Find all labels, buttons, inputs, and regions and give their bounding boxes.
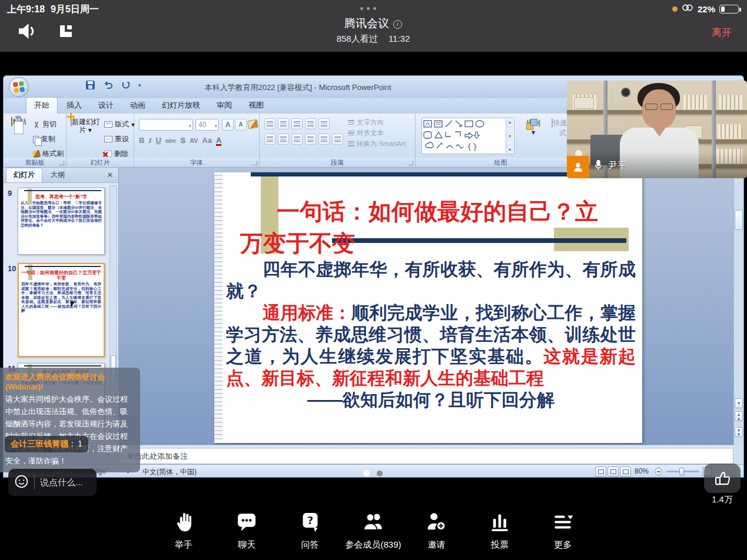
speaker-icon[interactable] [15,20,38,42]
layout-icon[interactable] [57,22,75,41]
zoom-slider-thumb[interactable] [679,468,684,475]
raise-hand-button[interactable]: 举手 [152,506,215,560]
paragraph-dialog-launcher[interactable] [409,161,413,165]
strikethrough-button[interactable]: abe [165,137,176,144]
arrange-button[interactable]: 排列▾ [520,118,546,136]
group-slides: 新建幻灯片 ▾ 版式 ▾ 重设 删除 幻灯片 [67,114,134,167]
save-icon[interactable] [86,81,95,89]
main-scrollbar[interactable]: ▲ ▼ ▲▲ ▼▼ [733,168,743,445]
font-dialog-launcher[interactable] [253,161,257,165]
zoom-out-icon[interactable] [655,468,662,475]
justify-button[interactable] [305,134,316,145]
shadow-button[interactable]: S [180,136,185,145]
scissors-icon [33,121,40,128]
shapes-scrollbar[interactable]: ▲▼▼ [506,119,513,153]
clear-formatting-icon[interactable] [247,119,258,129]
notes-pane[interactable]: 单击此处添加备注 [119,449,733,464]
panel-close-icon[interactable]: ✕ [105,171,115,179]
hotspot-link-icon [682,3,693,15]
next-slide-icon[interactable]: ▼▼ [735,427,743,437]
cut-button[interactable]: 剪切 [33,119,64,129]
shrink-font-button[interactable]: A [235,119,247,131]
normal-view-button[interactable] [595,466,606,476]
slide-thumbnail-9[interactable]: 思考、再思考一个“新”字 从入口开始就思考出口：考研、二学位或辅修专业、出国深造… [18,188,105,255]
underline-button[interactable]: U [155,136,161,145]
slide-title-rule [332,238,626,243]
language-indicator[interactable]: 中文(简体，中国) [142,467,197,477]
chat-input[interactable]: 说点什么... [8,469,97,496]
slide-thumbnail-10-selected[interactable]: 一句话：如何做最好的自己？立万变于不变 四年不虚掷年华，有所收获、有所作为、有所… [18,263,105,357]
shapes-gallery[interactable]: { } ▲▼▼ [421,118,514,154]
tab-design[interactable]: 设计 [91,98,121,114]
qa-button[interactable]: ? 问答 [278,506,341,560]
more-button[interactable]: 更多 [532,506,595,560]
slide-body: 四年不虚掷年华，有所收获、有所作为、有所成就？ 通用标准：顺利完成学业，找到称心… [226,258,636,411]
notice-body: 请大家共同维护大会秩序。会议过程中禁止出现违法违规、低俗色情、吸烟酗酒等内容，若… [5,393,135,467]
chat-message: 会计三班钱菁穗：1 [5,436,88,452]
change-case-button[interactable]: Aa [202,136,212,145]
layout-button[interactable]: 版式 ▾ [104,119,135,129]
new-slide-button[interactable]: 新建幻灯片 ▾ [69,118,102,134]
font-color-button[interactable]: A [216,136,221,146]
tab-slideshow[interactable]: 幻灯片放映 [154,98,208,114]
copy-button[interactable]: 复制 [33,134,64,144]
font-size-combo[interactable]: 40 [195,119,219,131]
distribute-button[interactable] [332,134,343,145]
clipboard-dialog-launcher[interactable] [59,161,64,165]
tab-home[interactable]: 开始 [26,97,58,114]
char-spacing-button[interactable]: AV [190,137,198,144]
reset-button[interactable]: 重设 [104,134,135,144]
bold-button[interactable]: B [139,136,144,145]
italic-button[interactable]: I [148,136,151,145]
meeting-toolbar: 举手 聊天 ? 问答 参会成员(839) 邀请 [152,506,595,560]
tab-view[interactable]: 视图 [241,98,271,114]
current-slide[interactable]: 一句话：如何做最好的自己？立 万变于不变 四年不虚掷年华，有所收获、有所作为、有… [214,172,642,443]
align-left-button[interactable] [264,134,275,145]
previous-slide-icon[interactable]: ▲▲ [735,411,743,421]
leave-meeting-button[interactable]: 离开 [712,26,732,39]
tab-review[interactable]: 审阅 [209,98,240,114]
panel-tab-slides[interactable]: 幻灯片 [6,168,42,182]
tab-animations[interactable]: 动画 [122,98,153,114]
slide-sorter-button[interactable] [607,466,619,476]
text-direction-button[interactable]: 文字方向 [348,118,406,127]
grow-font-button[interactable]: A [222,119,234,131]
drawing-dialog-launcher[interactable] [579,161,584,165]
chat-button[interactable]: 聊天 [215,506,278,560]
numbering-button[interactable] [278,118,289,129]
tab-insert[interactable]: 插入 [59,98,89,114]
brush-icon [32,149,41,158]
poll-button[interactable]: 投票 [468,506,531,560]
emoji-icon[interactable] [14,474,29,491]
like-button[interactable] [704,464,741,493]
office-button[interactable] [9,77,29,97]
slide-paragraph-2: 通用标准：顺利完成学业，找到称心工作，掌握学习方法、养成思维习惯、培育生活本领、… [226,302,636,389]
viewer-count: 858人看过 [337,34,378,44]
presenter-video-tile[interactable]: 尹平 [567,81,747,178]
slideshow-button[interactable] [620,466,631,476]
align-text-button[interactable]: 对齐文本 [348,129,406,138]
decrease-indent-button[interactable] [291,118,303,129]
slide-title-line1: 一句话：如何做最好的自己？立 [277,196,598,228]
line-spacing-button[interactable] [318,118,330,129]
font-name-combo[interactable] [139,119,193,131]
info-icon[interactable] [393,20,402,29]
panel-tab-outline[interactable]: 大纲 [44,168,72,182]
mouse-cursor-icon [71,301,75,308]
scroll-down-icon[interactable]: ▼ [735,398,743,408]
align-center-button[interactable] [278,134,289,145]
slides-group-label: 幻灯片 [67,158,134,167]
page-indicator-dot-active [363,470,370,476]
notes-splitter[interactable] [119,445,733,449]
smartart-button[interactable]: 转换为 SmartArt [348,139,406,148]
qa-icon: ? [298,509,322,534]
align-right-button[interactable] [291,134,303,145]
participants-button[interactable]: 参会成员(839) [341,506,404,560]
columns-button[interactable] [318,134,330,145]
bullets-button[interactable] [264,118,275,129]
increase-indent-button[interactable] [305,118,316,129]
invite-button[interactable]: 邀请 [405,506,468,560]
scrollbar-thumb[interactable] [735,210,743,230]
paste-button[interactable]: 粘贴▾ [7,118,31,134]
raise-hand-icon [172,509,195,534]
